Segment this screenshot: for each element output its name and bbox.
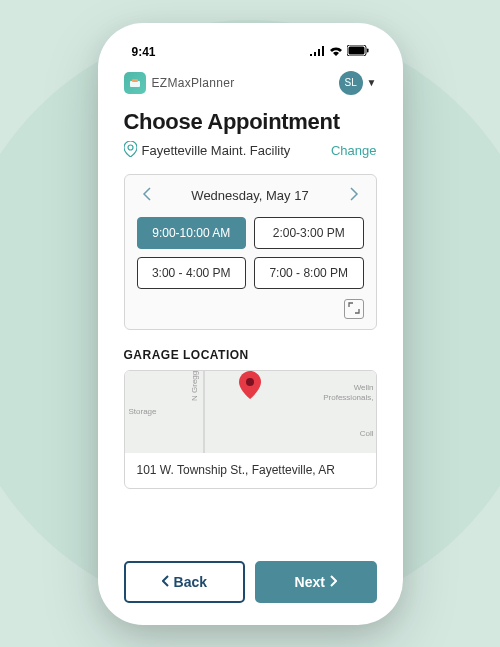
map-street-label: N Gregg Ave [190, 371, 199, 401]
app-logo-icon [124, 72, 146, 94]
status-bar: 9:41 [110, 35, 391, 63]
footer-buttons: Back Next [124, 561, 377, 603]
wifi-icon [329, 45, 343, 59]
location-name: Fayetteville Maint. Facility [142, 143, 291, 158]
location-info: Fayetteville Maint. Facility [124, 141, 291, 160]
screen: 9:41 EZMaxPlanner [110, 35, 391, 613]
svg-rect-1 [348, 46, 364, 54]
time-slots: 9:00-10:00 AM 2:00-3:00 PM 3:00 - 4:00 P… [125, 217, 376, 289]
date-row: Wednesday, May 17 [125, 175, 376, 217]
next-button[interactable]: Next [255, 561, 377, 603]
map-label: Professionals, [323, 393, 373, 402]
back-button[interactable]: Back [124, 561, 246, 603]
svg-rect-4 [132, 79, 138, 82]
garage-section-label: GARAGE LOCATION [124, 348, 377, 362]
back-label: Back [174, 574, 207, 590]
app-header: EZMaxPlanner SL ▼ [124, 71, 377, 95]
phone-frame: 9:41 EZMaxPlanner [98, 23, 403, 625]
map-label: Coll [360, 429, 374, 438]
chevron-right-icon [329, 574, 337, 590]
battery-icon [347, 45, 369, 59]
map-label: Welln [354, 383, 374, 392]
pin-icon [124, 141, 137, 160]
time-slot[interactable]: 9:00-10:00 AM [137, 217, 247, 249]
map-card: N Gregg Ave Storage Welln Professionals,… [124, 370, 377, 490]
signal-icon [310, 45, 325, 59]
date-label: Wednesday, May 17 [191, 188, 308, 203]
next-label: Next [295, 574, 325, 590]
change-location-link[interactable]: Change [331, 143, 377, 158]
app-name: EZMaxPlanner [152, 76, 235, 90]
expand-icon [348, 302, 360, 316]
next-date-button[interactable] [344, 187, 364, 205]
status-icons [310, 45, 369, 59]
chevron-down-icon: ▼ [367, 77, 377, 88]
location-row: Fayetteville Maint. Facility Change [124, 141, 377, 160]
expand-button[interactable] [344, 299, 364, 319]
map-label: Storage [129, 407, 157, 416]
map-pin-icon [239, 371, 261, 403]
time-slot[interactable]: 2:00-3:00 PM [254, 217, 364, 249]
avatar: SL [339, 71, 363, 95]
map[interactable]: N Gregg Ave Storage Welln Professionals,… [125, 371, 376, 453]
time-slot[interactable]: 7:00 - 8:00 PM [254, 257, 364, 289]
status-time: 9:41 [132, 45, 156, 59]
page-title: Choose Appointment [124, 109, 377, 135]
svg-rect-2 [367, 48, 369, 52]
svg-point-5 [246, 378, 254, 386]
prev-date-button[interactable] [137, 187, 157, 205]
time-slot[interactable]: 3:00 - 4:00 PM [137, 257, 247, 289]
date-picker-card: Wednesday, May 17 9:00-10:00 AM 2:00-3:0… [124, 174, 377, 330]
user-menu[interactable]: SL ▼ [339, 71, 377, 95]
chevron-left-icon [162, 574, 170, 590]
app-brand: EZMaxPlanner [124, 72, 235, 94]
garage-address: 101 W. Township St., Fayetteville, AR [125, 453, 376, 489]
